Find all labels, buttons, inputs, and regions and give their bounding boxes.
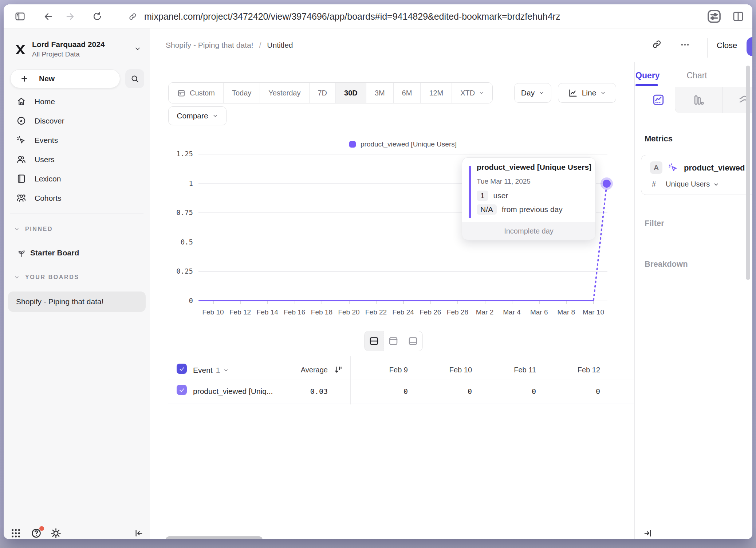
range-7d[interactable]: 7D	[310, 83, 336, 103]
browser-customize-icon[interactable]	[706, 9, 722, 24]
charttype-tab-divider	[722, 87, 722, 113]
range-label: XTD	[460, 89, 475, 97]
board-item[interactable]: Shopify - Piping that data!	[8, 291, 146, 312]
tooltip-date: Tue Mar 11, 2025	[477, 177, 531, 185]
cell-value: 0	[479, 387, 536, 396]
view-split-button[interactable]	[365, 331, 384, 351]
table-column-divider	[350, 356, 351, 404]
pinned-item-label: Starter Board	[30, 248, 79, 257]
browser-sidebar-toggle-icon[interactable]	[15, 11, 25, 22]
table-row-border	[168, 403, 634, 403]
sidebar-item-lexicon[interactable]: Lexicon	[4, 169, 150, 188]
range-yesterday[interactable]: Yesterday	[260, 83, 309, 103]
view-table-only-button[interactable]	[403, 331, 422, 351]
range-xtd[interactable]: XTD	[452, 83, 492, 103]
url-bar[interactable]: mixpanel.com/project/3472420/view/397469…	[144, 4, 560, 28]
workspace-name[interactable]: Lord Farquaad 2024	[32, 40, 105, 49]
collapse-panel-icon[interactable]	[643, 528, 653, 538]
range-label: 3M	[375, 89, 385, 97]
granularity-dropdown[interactable]: Day	[514, 83, 551, 103]
date-range-control: CustomTodayYesterday7D30D3M6M12MXTD	[168, 82, 493, 103]
close-button[interactable]: Close	[717, 41, 737, 50]
average-column-header[interactable]: Average	[273, 366, 328, 374]
panel-scrollbar-thumb[interactable]	[746, 66, 750, 280]
split-view-icon[interactable]	[732, 10, 744, 23]
insights-tab-icon[interactable]	[652, 93, 665, 106]
granularity-label: Day	[521, 89, 535, 97]
chevron-down-icon	[713, 181, 719, 188]
search-button[interactable]	[125, 69, 144, 88]
plus-icon	[20, 74, 29, 83]
sidebar-item-discover[interactable]: Discover	[4, 111, 150, 130]
cell-value: 0	[543, 387, 600, 396]
range-3m[interactable]: 3M	[366, 83, 394, 103]
range-30d[interactable]: 30D	[336, 83, 366, 103]
calendar-icon	[177, 89, 186, 97]
tooltip-title: product_viewed [Unique Users]	[477, 163, 591, 172]
new-button[interactable]: New	[10, 69, 120, 88]
compare-dropdown[interactable]: Compare	[168, 106, 227, 125]
chart-type-dropdown[interactable]: Line	[558, 83, 616, 103]
query-panel	[634, 62, 752, 539]
sidebar-item-label: Events	[35, 136, 58, 145]
column-header-feb-10[interactable]: Feb 10	[414, 366, 472, 374]
pinned-section-label: PINNED	[25, 226, 53, 232]
range-12m[interactable]: 12M	[421, 83, 452, 103]
metric-card[interactable]	[641, 155, 752, 195]
range-6m[interactable]: 6M	[394, 83, 421, 103]
back-icon[interactable]	[43, 11, 54, 22]
select-all-checkbox[interactable]	[177, 364, 187, 374]
sidebar-item-users[interactable]: Users	[4, 150, 150, 169]
tooltip-series-bar	[469, 166, 471, 218]
chevron-down-icon	[14, 226, 20, 232]
copy-link-icon[interactable]	[652, 39, 662, 49]
metric-aggregation[interactable]: Unique Users	[666, 180, 710, 188]
page-title: Untitled	[267, 41, 293, 50]
funnels-tab-icon[interactable]	[693, 94, 705, 106]
tab-chart[interactable]: Chart	[686, 71, 707, 81]
range-today[interactable]: Today	[224, 83, 260, 103]
more-options-icon[interactable]	[680, 40, 690, 50]
metric-letter-chip: A	[650, 161, 662, 174]
browser-toolbar: mixpanel.com/project/3472420/view/397469…	[4, 4, 752, 28]
breadcrumb: Shopify - Piping that data! / Untitled	[166, 41, 293, 50]
gear-icon[interactable]	[50, 528, 62, 539]
forward-icon[interactable]	[65, 11, 75, 22]
filter-heading[interactable]: Filter	[645, 219, 664, 228]
column-header-feb-12[interactable]: Feb 12	[543, 366, 600, 374]
view-bottom-icon	[407, 336, 418, 347]
collapse-sidebar-icon[interactable]	[134, 528, 144, 538]
active-tab-underline	[635, 84, 658, 86]
tooltip-footer: Incomplete day	[462, 222, 595, 240]
pinned-section-header[interactable]: PINNED	[14, 226, 53, 232]
your-boards-section-header[interactable]: YOUR BOARDS	[14, 274, 79, 281]
horizontal-scrollbar-thumb[interactable]	[166, 536, 263, 539]
metric-event-name[interactable]: product_viewed	[684, 163, 745, 173]
range-custom[interactable]: Custom	[169, 83, 224, 103]
tooltip-delta-row: N/A from previous day	[477, 204, 563, 215]
save-button-partial[interactable]	[747, 37, 752, 56]
column-header-feb-11[interactable]: Feb 11	[479, 366, 536, 374]
apps-grid-icon[interactable]	[10, 528, 21, 539]
sidebar-item-cohorts[interactable]: Cohorts	[4, 188, 150, 208]
header-divider	[707, 38, 708, 58]
breakdown-heading[interactable]: Breakdown	[645, 259, 688, 269]
row-checkbox[interactable]	[177, 385, 187, 395]
breadcrumb-board-link[interactable]: Shopify - Piping that data!	[166, 41, 253, 50]
view-chart-only-button[interactable]	[384, 331, 403, 351]
event-column-header[interactable]: Event 1	[193, 366, 229, 375]
pinned-item-starter-board[interactable]: Starter Board	[14, 246, 79, 260]
cell-value: 0	[350, 387, 408, 396]
data-point-marker[interactable]	[603, 180, 611, 188]
tab-query[interactable]: Query	[635, 71, 659, 81]
column-header-feb-9[interactable]: Feb 9	[350, 366, 408, 374]
cell-value: 0	[414, 387, 472, 396]
row-event-name[interactable]: product_viewed [Uniq...	[193, 387, 273, 396]
workspace-switcher-chevron-icon[interactable]	[134, 45, 141, 52]
reload-icon[interactable]	[92, 11, 102, 21]
sidebar-item-events[interactable]: Events	[4, 130, 150, 150]
app-window: mixpanel.com/project/3472420/view/397469…	[4, 4, 752, 539]
sidebar-item-home[interactable]: Home	[4, 92, 150, 111]
sort-icon[interactable]	[334, 365, 343, 375]
discover-icon	[16, 116, 26, 126]
